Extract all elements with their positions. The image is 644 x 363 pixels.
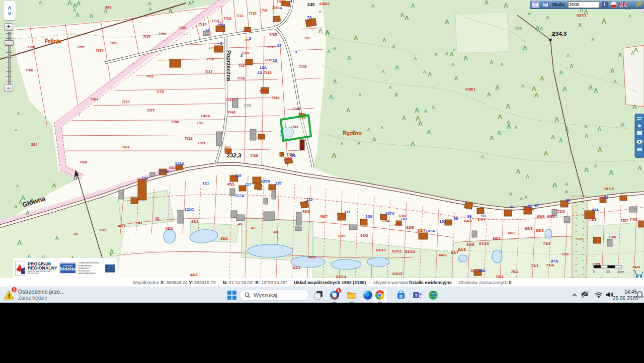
globe-app-icon[interactable] (428, 290, 439, 301)
parcel-label: 70/2 (511, 269, 519, 274)
wifi-icon[interactable] (595, 291, 603, 300)
widget-badge: 1 (12, 287, 17, 292)
tree-symbol: Λ (340, 141, 344, 146)
scale-input[interactable] (568, 2, 599, 8)
tree-symbol: Λ (380, 125, 383, 130)
task-view-icon[interactable] (313, 290, 324, 301)
edge-icon[interactable] (362, 290, 373, 301)
app-badge: 1 (336, 288, 341, 293)
uk-flag-icon[interactable] (619, 2, 627, 8)
wrench-icon[interactable] (635, 1, 642, 8)
tree-symbol: Λ (16, 184, 19, 188)
tray-clock[interactable]: 14:45 25.06.2025 (613, 289, 637, 302)
parcel-label: 43/2 (165, 226, 173, 231)
building-footprint (230, 189, 235, 196)
building-footprint (638, 221, 643, 227)
building-footprint (419, 233, 428, 239)
building-footprint (477, 208, 484, 214)
parcel-label: 7/65 (27, 45, 35, 49)
parcel-label: 71/4 (546, 263, 554, 267)
parcel-label: 64/10 (479, 241, 490, 246)
taskbar-search[interactable]: Wyszukaj (239, 290, 309, 301)
tree-symbol: Λ (392, 44, 395, 49)
zoom-tick (6, 57, 12, 58)
panel-icon[interactable] (637, 131, 642, 135)
map-canvas[interactable]: ΛΛΛΛΛΛΛΛΛΛΛΛΛΛΛΛΛΛΛΛΛΛΛΛΛΛΛΛΛΛΛΛΛΛΛΛΛΛΛΛ… (0, 0, 644, 278)
building-footprint (504, 210, 512, 216)
tree-symbol: Λ (333, 45, 337, 51)
parcel-label: 63/11 (392, 249, 402, 253)
pan-control[interactable]: ˄ ˅ (4, 1, 16, 20)
dot-icon[interactable] (638, 124, 640, 127)
active-layer: Działki ewidencyjne (409, 280, 452, 285)
parcel-label: 40/1 (118, 224, 126, 228)
building-footprint (300, 140, 304, 150)
address-label: 9 (295, 50, 297, 54)
tree-symbol: Λ (463, 54, 468, 62)
tree-symbol: Λ (110, 252, 113, 257)
right-panel-tab[interactable] (634, 114, 644, 158)
tree-symbol: Λ (506, 103, 511, 110)
parcel-label: 7/80 (171, 120, 179, 124)
zoom-in-button[interactable]: + (4, 23, 13, 31)
parcel-label: 48 (274, 230, 278, 234)
address-label: 85 (566, 198, 571, 203)
notification-bell-icon[interactable] (636, 291, 643, 301)
card-icon (543, 3, 548, 7)
address-label: 99 (454, 216, 458, 221)
widget-subtitle: Zaraz będzie (18, 295, 64, 301)
layers-toggle-button[interactable] (542, 2, 549, 8)
tree-symbol: Λ (414, 56, 418, 61)
strip-dot (583, 267, 584, 268)
tree-symbol: Λ (496, 84, 500, 92)
chrome-icon[interactable] (374, 290, 385, 301)
parcel-label: 7/64 (91, 97, 99, 102)
tree-symbol: Λ (507, 123, 511, 130)
badged-app-icon[interactable]: 1 (329, 290, 340, 301)
tree-symbol: Λ (17, 239, 22, 246)
address-label: 121 (202, 181, 209, 186)
start-button[interactable] (227, 291, 236, 300)
tree-symbol: Λ (566, 182, 569, 187)
parcel-label: 64/3 (464, 219, 472, 223)
file-explorer-icon[interactable] (346, 290, 357, 301)
pond (164, 229, 176, 243)
onedrive-paused-icon[interactable] (581, 291, 590, 300)
tree-symbol: Λ (382, 37, 386, 43)
tree-symbol: Λ (535, 25, 540, 32)
pan-up-icon[interactable]: ˄ (8, 6, 11, 11)
tree-symbol: Λ (618, 52, 622, 59)
elevation-label: 232,3 (227, 152, 242, 158)
parcel-label: 43/1 (169, 165, 177, 170)
weather-widget[interactable]: 1 Ostrzeżenie prze... Zaraz będzie (3, 289, 64, 301)
legend-toggle-button[interactable] (532, 2, 539, 8)
tree-symbol: Λ (14, 204, 18, 209)
zoom-out-button[interactable]: − (4, 84, 13, 92)
polish-flag-icon[interactable] (610, 2, 617, 8)
facebook-icon[interactable]: f (602, 2, 608, 8)
tree-symbol: Λ (15, 128, 18, 132)
eye-icon[interactable] (637, 140, 642, 144)
elevation-label: 235 (244, 103, 251, 108)
tree-symbol: Λ (332, 152, 337, 159)
pan-down-icon[interactable]: ˅ (8, 11, 11, 16)
zoom-tick (6, 48, 12, 48)
tray-chevron-icon[interactable] (572, 291, 578, 300)
tree-symbol: Λ (454, 76, 458, 81)
tree-symbol: Λ (359, 92, 362, 97)
ms-store-icon[interactable] (395, 290, 407, 301)
parcel-label: 42 (155, 216, 159, 221)
elevation-label: 234,3 (552, 31, 567, 37)
tree-symbol: Λ (148, 1, 151, 6)
tree-symbol: Λ (632, 104, 637, 111)
tree-symbol: Λ (540, 75, 544, 81)
building-footprint (170, 59, 181, 67)
building-footprint (295, 227, 301, 231)
tree-symbol: Λ (328, 49, 331, 54)
panel-icon[interactable] (637, 148, 642, 151)
map-viewport[interactable]: ΛΛΛΛΛΛΛΛΛΛΛΛΛΛΛΛΛΛΛΛΛΛΛΛΛΛΛΛΛΛΛΛΛΛΛΛΛΛΛΛ… (0, 0, 644, 278)
building-footprint (216, 132, 222, 146)
tree-symbol: Λ (609, 169, 613, 176)
address-label: 87 (535, 203, 539, 208)
teams-icon[interactable]: T (412, 290, 423, 301)
